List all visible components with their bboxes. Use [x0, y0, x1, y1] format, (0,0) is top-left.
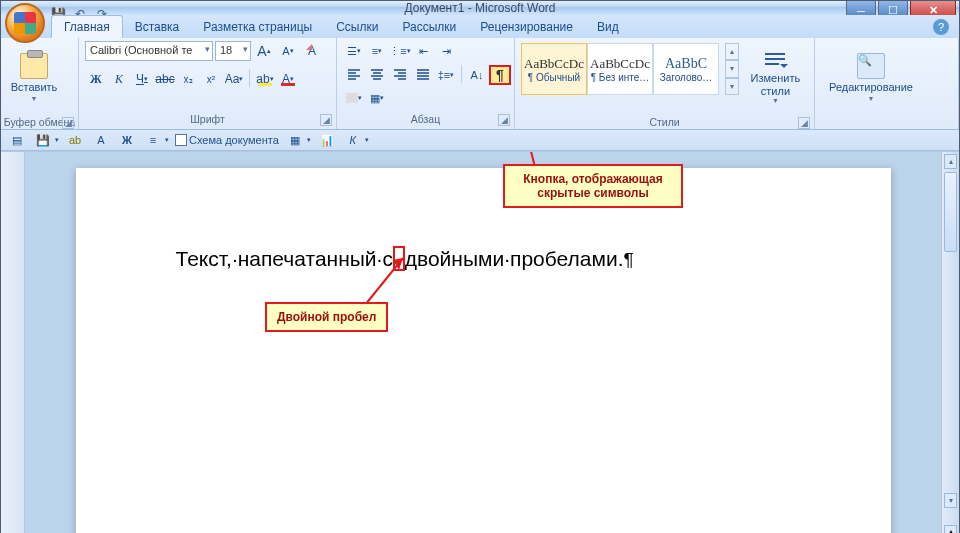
scroll-down-icon[interactable]: ▾: [944, 493, 957, 508]
shrink-font-button[interactable]: A▾: [277, 41, 299, 61]
change-case-button[interactable]: Aa▾: [223, 69, 245, 89]
clipboard-dialog-launcher[interactable]: ◢: [62, 117, 74, 129]
sort-button[interactable]: A↓: [466, 65, 488, 85]
font-name-combo[interactable]: Calibri (Основной те: [85, 41, 213, 61]
tab-view[interactable]: Вид: [585, 16, 631, 38]
tb-hl-icon[interactable]: ab: [65, 130, 85, 150]
group-styles: AaBbCcDc ¶ Обычный AaBbCcDc ¶ Без инте… …: [515, 38, 815, 129]
multilevel-button[interactable]: ⋮≡▾: [389, 41, 411, 61]
prev-page-icon[interactable]: ▴: [944, 525, 957, 533]
font-dialog-launcher[interactable]: ◢: [320, 114, 332, 126]
window-title: Документ1 - Microsoft Word: [1, 1, 959, 15]
italic-button[interactable]: К: [108, 69, 130, 89]
tab-mailings[interactable]: Рассылки: [390, 16, 468, 38]
tb-clear-icon[interactable]: A: [91, 130, 111, 150]
browse-object[interactable]: ▴ ○ ▾: [944, 524, 957, 533]
tb-save-icon[interactable]: 💾: [33, 130, 53, 150]
tb-bold-icon[interactable]: Ж: [117, 130, 137, 150]
tab-page-layout[interactable]: Разметка страницы: [191, 16, 324, 38]
paste-button[interactable]: Вставить ▼: [7, 41, 61, 113]
tab-review[interactable]: Рецензирование: [468, 16, 585, 38]
ruler-vertical[interactable]: [1, 152, 25, 533]
chevron-down-icon: ▼: [31, 95, 38, 102]
justify-button[interactable]: [412, 65, 434, 85]
dec-indent-button[interactable]: ⇤: [412, 41, 434, 61]
group-editing: 🔍 Редактирование ▼: [815, 38, 959, 129]
inc-indent-button[interactable]: ⇥: [435, 41, 457, 61]
shading-button[interactable]: ▾: [343, 88, 365, 108]
borders-button[interactable]: ▦▾: [366, 88, 388, 108]
scrollbar-vertical[interactable]: ▴ ▾ ▴ ○ ▾: [941, 152, 959, 533]
group-font-label: Шрифт: [190, 113, 225, 125]
highlight-button[interactable]: ab▾: [254, 69, 276, 89]
font-size-combo[interactable]: 18: [215, 41, 251, 61]
tb-chart-icon[interactable]: 📊: [317, 130, 337, 150]
tab-references[interactable]: Ссылки: [324, 16, 390, 38]
help-button[interactable]: ?: [933, 19, 949, 35]
tab-insert[interactable]: Вставка: [123, 16, 192, 38]
scroll-up-icon[interactable]: ▴: [944, 154, 957, 169]
change-styles-icon: [762, 50, 788, 72]
find-icon: 🔍: [857, 53, 885, 79]
style-heading1[interactable]: AaBbC Заголово…: [653, 43, 719, 95]
tb-table-icon[interactable]: ▦: [285, 130, 305, 150]
callout-double-space: Двойной пробел: [265, 302, 388, 332]
style-normal[interactable]: AaBbCcDc ¶ Обычный: [521, 43, 587, 95]
underline-button[interactable]: Ч▾: [131, 69, 153, 89]
group-paragraph-label: Абзац: [411, 113, 440, 125]
paste-label: Вставить: [11, 81, 58, 93]
style-row-down-icon[interactable]: ▾: [725, 60, 739, 77]
ribbon-tabs: Главная Вставка Разметка страницы Ссылки…: [1, 15, 959, 38]
clipboard-icon: [20, 53, 48, 79]
styles-dialog-launcher[interactable]: ◢: [798, 117, 810, 129]
group-paragraph: ☰▾ ≡▾ ⋮≡▾ ⇤ ⇥ ‡≡▾ A↓ ¶: [337, 38, 515, 129]
style-no-spacing[interactable]: AaBbCcDc ¶ Без инте…: [587, 43, 653, 95]
align-left-button[interactable]: [343, 65, 365, 85]
callout-pilcrow: Кнопка, отображающая скрытые символы: [503, 164, 683, 208]
superscript-button[interactable]: x²: [200, 69, 222, 89]
style-row-up-icon[interactable]: ▴: [725, 43, 739, 60]
clear-format-button[interactable]: A◢: [301, 41, 323, 61]
align-right-button[interactable]: [389, 65, 411, 85]
title-bar: 💾 ↶ ↷ Документ1 - Microsoft Word ─ ☐ ✕: [1, 1, 959, 15]
pilcrow-mark-icon: ¶: [623, 249, 633, 270]
change-styles-button[interactable]: Изменить стили ▼: [743, 41, 808, 113]
page[interactable]: Текст,·напечатанный·с·двойными·пробелами…: [76, 168, 891, 533]
doc-map-checkbox[interactable]: [175, 134, 187, 146]
strike-button[interactable]: abc: [154, 69, 176, 89]
numbering-button[interactable]: ≡▾: [366, 41, 388, 61]
line-spacing-button[interactable]: ‡≡▾: [435, 65, 457, 85]
callout-arrow-double-space: [355, 250, 415, 310]
style-scroll[interactable]: ▴ ▾ ▾: [725, 43, 739, 95]
tb-italic2-icon[interactable]: К: [343, 130, 363, 150]
document-area: Текст,·напечатанный·с·двойными·пробелами…: [1, 152, 959, 533]
subscript-button[interactable]: x₂: [177, 69, 199, 89]
doc-map-label: Схема документа: [189, 134, 279, 146]
align-center-button[interactable]: [366, 65, 388, 85]
addins-toolbar: ▤ 💾▾ ab A Ж ≡▾ Схема документа ▦▾ 📊 К▾: [1, 130, 959, 151]
group-styles-label: Стили: [649, 116, 679, 128]
scroll-thumb[interactable]: [944, 172, 957, 252]
ribbon: Вставить ▼ Буфер обмена◢ Calibri (Основн…: [1, 38, 959, 130]
editing-button[interactable]: 🔍 Редактирование ▼: [821, 41, 921, 113]
font-color-button[interactable]: A▾: [277, 69, 299, 89]
group-font: Calibri (Основной те 18 A▴ A▾ A◢ Ж К Ч▾ …: [79, 38, 337, 129]
grow-font-button[interactable]: A▴: [253, 41, 275, 61]
tb-bullets-icon[interactable]: ≡: [143, 130, 163, 150]
paragraph-dialog-launcher[interactable]: ◢: [498, 114, 510, 126]
group-clipboard: Вставить ▼ Буфер обмена◢: [1, 38, 79, 129]
show-hide-button[interactable]: ¶: [489, 65, 511, 85]
style-gallery[interactable]: AaBbCcDc ¶ Обычный AaBbCcDc ¶ Без инте… …: [521, 41, 719, 97]
tb-new-icon[interactable]: ▤: [7, 130, 27, 150]
bullets-button[interactable]: ☰▾: [343, 41, 365, 61]
bold-button[interactable]: Ж: [85, 69, 107, 89]
tab-home[interactable]: Главная: [51, 15, 123, 38]
office-button[interactable]: [5, 3, 45, 43]
style-more-icon[interactable]: ▾: [725, 78, 739, 95]
